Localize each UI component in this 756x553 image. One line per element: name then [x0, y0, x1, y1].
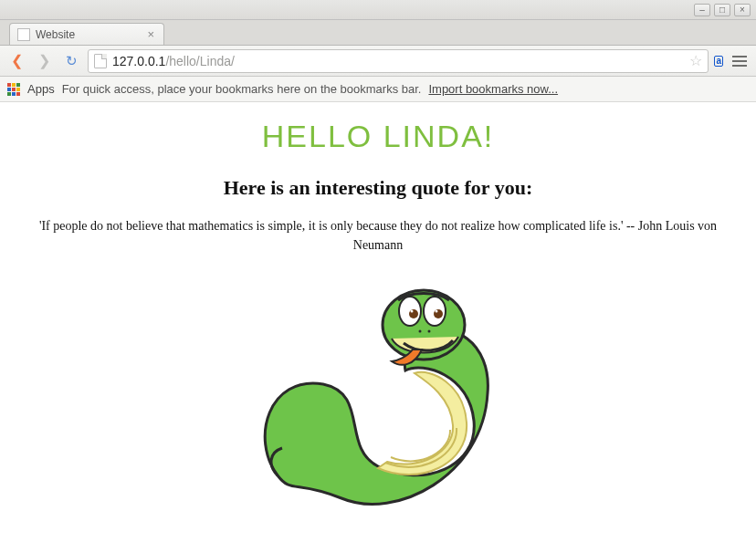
snake-image — [9, 266, 747, 525]
tab-title: Website — [36, 28, 142, 41]
svg-point-3 — [409, 309, 418, 318]
svg-point-7 — [419, 330, 422, 333]
window-minimize-button[interactable]: – — [694, 4, 710, 16]
url-path: /hello/Linda/ — [165, 54, 235, 68]
nav-forward-button[interactable]: ❯ — [33, 50, 55, 72]
svg-point-4 — [434, 309, 443, 318]
menu-button[interactable] — [729, 52, 751, 70]
window-titlebar: – □ × — [0, 0, 756, 20]
snake-icon — [241, 266, 515, 521]
translate-icon[interactable]: a — [714, 56, 723, 67]
tab-strip: Website × — [0, 20, 756, 46]
window-maximize-button[interactable]: □ — [714, 4, 730, 16]
svg-point-8 — [428, 330, 431, 333]
svg-point-5 — [411, 310, 414, 313]
apps-icon[interactable] — [7, 83, 20, 96]
nav-reload-button[interactable]: ↻ — [60, 50, 82, 72]
import-bookmarks-link[interactable]: Import bookmarks now... — [428, 82, 558, 96]
page-greeting: Hello Linda! — [9, 119, 747, 154]
apps-label[interactable]: Apps — [27, 82, 55, 96]
bookmarks-hint: For quick access, place your bookmarks h… — [62, 82, 422, 96]
page-icon — [94, 54, 107, 68]
bookmarks-bar: Apps For quick access, place your bookma… — [0, 77, 756, 102]
browser-toolbar: ❮ ❯ ↻ 127.0.0.1/hello/Linda/ ☆ a — [0, 46, 756, 77]
address-bar[interactable]: 127.0.0.1/hello/Linda/ ☆ — [88, 49, 709, 73]
page-subheading: Here is an interesting quote for you: — [9, 176, 747, 200]
page-quote: 'If people do not believe that mathemati… — [22, 216, 734, 255]
url-host: 127.0.0.1 — [112, 54, 165, 68]
tab-close-button[interactable]: × — [147, 27, 154, 41]
page-favicon-icon — [17, 28, 30, 41]
browser-tab[interactable]: Website × — [9, 23, 164, 45]
bookmark-star-icon[interactable]: ☆ — [689, 52, 702, 69]
page-viewport: Hello Linda! Here is an interesting quot… — [0, 102, 756, 553]
nav-back-button[interactable]: ❮ — [5, 50, 27, 72]
svg-point-6 — [436, 310, 438, 313]
window-close-button[interactable]: × — [734, 4, 751, 16]
